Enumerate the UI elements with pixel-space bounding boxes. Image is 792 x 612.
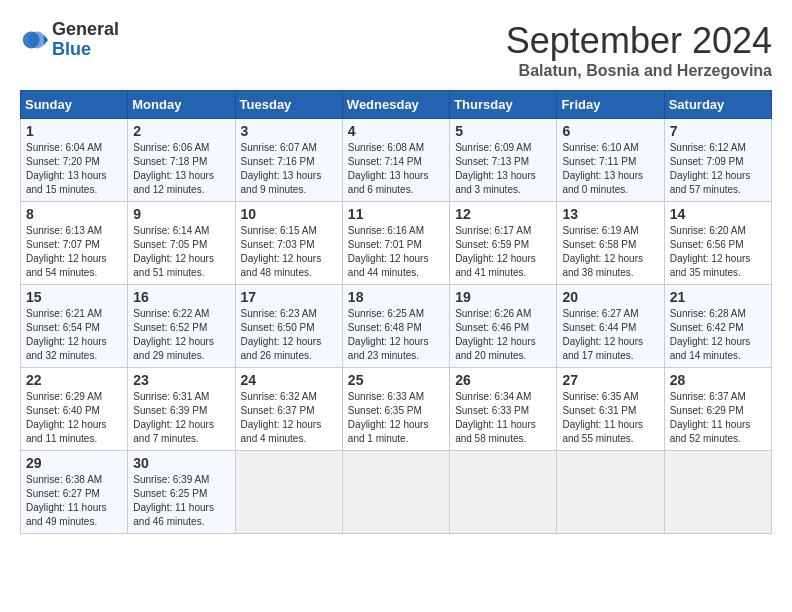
calendar-cell: 9 Sunrise: 6:14 AMSunset: 7:05 PMDayligh… xyxy=(128,202,235,285)
day-number: 24 xyxy=(241,372,337,388)
svg-point-1 xyxy=(28,31,45,48)
day-info: Sunrise: 6:29 AMSunset: 6:40 PMDaylight:… xyxy=(26,391,107,444)
weekday-header-row: SundayMondayTuesdayWednesdayThursdayFrid… xyxy=(21,91,772,119)
calendar-cell: 16 Sunrise: 6:22 AMSunset: 6:52 PMDaylig… xyxy=(128,285,235,368)
day-number: 16 xyxy=(133,289,229,305)
calendar-cell: 29 Sunrise: 6:38 AMSunset: 6:27 PMDaylig… xyxy=(21,451,128,534)
day-number: 2 xyxy=(133,123,229,139)
calendar-week-row: 22 Sunrise: 6:29 AMSunset: 6:40 PMDaylig… xyxy=(21,368,772,451)
day-info: Sunrise: 6:16 AMSunset: 7:01 PMDaylight:… xyxy=(348,225,429,278)
calendar-cell: 13 Sunrise: 6:19 AMSunset: 6:58 PMDaylig… xyxy=(557,202,664,285)
calendar-cell xyxy=(557,451,664,534)
day-info: Sunrise: 6:28 AMSunset: 6:42 PMDaylight:… xyxy=(670,308,751,361)
calendar-cell: 22 Sunrise: 6:29 AMSunset: 6:40 PMDaylig… xyxy=(21,368,128,451)
day-info: Sunrise: 6:38 AMSunset: 6:27 PMDaylight:… xyxy=(26,474,107,527)
day-number: 27 xyxy=(562,372,658,388)
calendar-cell: 24 Sunrise: 6:32 AMSunset: 6:37 PMDaylig… xyxy=(235,368,342,451)
day-info: Sunrise: 6:21 AMSunset: 6:54 PMDaylight:… xyxy=(26,308,107,361)
weekday-header: Sunday xyxy=(21,91,128,119)
day-number: 10 xyxy=(241,206,337,222)
calendar-cell: 14 Sunrise: 6:20 AMSunset: 6:56 PMDaylig… xyxy=(664,202,771,285)
calendar-cell: 26 Sunrise: 6:34 AMSunset: 6:33 PMDaylig… xyxy=(450,368,557,451)
month-title: September 2024 xyxy=(506,20,772,62)
day-info: Sunrise: 6:17 AMSunset: 6:59 PMDaylight:… xyxy=(455,225,536,278)
day-number: 3 xyxy=(241,123,337,139)
day-info: Sunrise: 6:04 AMSunset: 7:20 PMDaylight:… xyxy=(26,142,107,195)
day-number: 15 xyxy=(26,289,122,305)
day-info: Sunrise: 6:12 AMSunset: 7:09 PMDaylight:… xyxy=(670,142,751,195)
calendar-cell: 5 Sunrise: 6:09 AMSunset: 7:13 PMDayligh… xyxy=(450,119,557,202)
day-info: Sunrise: 6:32 AMSunset: 6:37 PMDaylight:… xyxy=(241,391,322,444)
day-number: 14 xyxy=(670,206,766,222)
day-number: 21 xyxy=(670,289,766,305)
day-number: 4 xyxy=(348,123,444,139)
day-number: 8 xyxy=(26,206,122,222)
calendar-cell: 4 Sunrise: 6:08 AMSunset: 7:14 PMDayligh… xyxy=(342,119,449,202)
day-info: Sunrise: 6:26 AMSunset: 6:46 PMDaylight:… xyxy=(455,308,536,361)
day-number: 17 xyxy=(241,289,337,305)
day-number: 19 xyxy=(455,289,551,305)
day-info: Sunrise: 6:13 AMSunset: 7:07 PMDaylight:… xyxy=(26,225,107,278)
calendar-cell: 28 Sunrise: 6:37 AMSunset: 6:29 PMDaylig… xyxy=(664,368,771,451)
day-info: Sunrise: 6:06 AMSunset: 7:18 PMDaylight:… xyxy=(133,142,214,195)
day-number: 22 xyxy=(26,372,122,388)
calendar-cell: 11 Sunrise: 6:16 AMSunset: 7:01 PMDaylig… xyxy=(342,202,449,285)
day-number: 6 xyxy=(562,123,658,139)
title-block: September 2024 Balatun, Bosnia and Herze… xyxy=(506,20,772,80)
day-number: 20 xyxy=(562,289,658,305)
day-info: Sunrise: 6:25 AMSunset: 6:48 PMDaylight:… xyxy=(348,308,429,361)
calendar-cell xyxy=(342,451,449,534)
weekday-header: Wednesday xyxy=(342,91,449,119)
calendar-cell: 15 Sunrise: 6:21 AMSunset: 6:54 PMDaylig… xyxy=(21,285,128,368)
calendar-cell: 27 Sunrise: 6:35 AMSunset: 6:31 PMDaylig… xyxy=(557,368,664,451)
calendar-cell: 1 Sunrise: 6:04 AMSunset: 7:20 PMDayligh… xyxy=(21,119,128,202)
location-title: Balatun, Bosnia and Herzegovina xyxy=(506,62,772,80)
day-info: Sunrise: 6:15 AMSunset: 7:03 PMDaylight:… xyxy=(241,225,322,278)
weekday-header: Monday xyxy=(128,91,235,119)
day-number: 1 xyxy=(26,123,122,139)
calendar-cell: 21 Sunrise: 6:28 AMSunset: 6:42 PMDaylig… xyxy=(664,285,771,368)
calendar-cell: 30 Sunrise: 6:39 AMSunset: 6:25 PMDaylig… xyxy=(128,451,235,534)
day-number: 5 xyxy=(455,123,551,139)
weekday-header: Friday xyxy=(557,91,664,119)
day-info: Sunrise: 6:20 AMSunset: 6:56 PMDaylight:… xyxy=(670,225,751,278)
day-number: 12 xyxy=(455,206,551,222)
calendar-cell: 7 Sunrise: 6:12 AMSunset: 7:09 PMDayligh… xyxy=(664,119,771,202)
calendar-cell: 18 Sunrise: 6:25 AMSunset: 6:48 PMDaylig… xyxy=(342,285,449,368)
calendar-cell: 23 Sunrise: 6:31 AMSunset: 6:39 PMDaylig… xyxy=(128,368,235,451)
day-info: Sunrise: 6:08 AMSunset: 7:14 PMDaylight:… xyxy=(348,142,429,195)
day-info: Sunrise: 6:27 AMSunset: 6:44 PMDaylight:… xyxy=(562,308,643,361)
day-info: Sunrise: 6:31 AMSunset: 6:39 PMDaylight:… xyxy=(133,391,214,444)
day-info: Sunrise: 6:23 AMSunset: 6:50 PMDaylight:… xyxy=(241,308,322,361)
svg-marker-2 xyxy=(44,34,48,45)
weekday-header: Tuesday xyxy=(235,91,342,119)
day-number: 7 xyxy=(670,123,766,139)
day-number: 29 xyxy=(26,455,122,471)
day-info: Sunrise: 6:37 AMSunset: 6:29 PMDaylight:… xyxy=(670,391,751,444)
calendar-cell: 17 Sunrise: 6:23 AMSunset: 6:50 PMDaylig… xyxy=(235,285,342,368)
calendar-cell xyxy=(664,451,771,534)
calendar-cell: 10 Sunrise: 6:15 AMSunset: 7:03 PMDaylig… xyxy=(235,202,342,285)
logo-icon xyxy=(20,26,48,54)
weekday-header: Saturday xyxy=(664,91,771,119)
calendar-week-row: 1 Sunrise: 6:04 AMSunset: 7:20 PMDayligh… xyxy=(21,119,772,202)
calendar-cell: 25 Sunrise: 6:33 AMSunset: 6:35 PMDaylig… xyxy=(342,368,449,451)
day-number: 26 xyxy=(455,372,551,388)
calendar-cell: 3 Sunrise: 6:07 AMSunset: 7:16 PMDayligh… xyxy=(235,119,342,202)
calendar-cell xyxy=(450,451,557,534)
calendar-cell: 6 Sunrise: 6:10 AMSunset: 7:11 PMDayligh… xyxy=(557,119,664,202)
calendar-week-row: 29 Sunrise: 6:38 AMSunset: 6:27 PMDaylig… xyxy=(21,451,772,534)
calendar-cell: 19 Sunrise: 6:26 AMSunset: 6:46 PMDaylig… xyxy=(450,285,557,368)
weekday-header: Thursday xyxy=(450,91,557,119)
calendar-cell: 8 Sunrise: 6:13 AMSunset: 7:07 PMDayligh… xyxy=(21,202,128,285)
day-number: 30 xyxy=(133,455,229,471)
day-number: 9 xyxy=(133,206,229,222)
logo-line1: General xyxy=(52,20,119,40)
calendar-cell: 20 Sunrise: 6:27 AMSunset: 6:44 PMDaylig… xyxy=(557,285,664,368)
calendar-cell: 2 Sunrise: 6:06 AMSunset: 7:18 PMDayligh… xyxy=(128,119,235,202)
day-number: 25 xyxy=(348,372,444,388)
day-info: Sunrise: 6:35 AMSunset: 6:31 PMDaylight:… xyxy=(562,391,643,444)
day-number: 13 xyxy=(562,206,658,222)
day-info: Sunrise: 6:07 AMSunset: 7:16 PMDaylight:… xyxy=(241,142,322,195)
day-info: Sunrise: 6:39 AMSunset: 6:25 PMDaylight:… xyxy=(133,474,214,527)
